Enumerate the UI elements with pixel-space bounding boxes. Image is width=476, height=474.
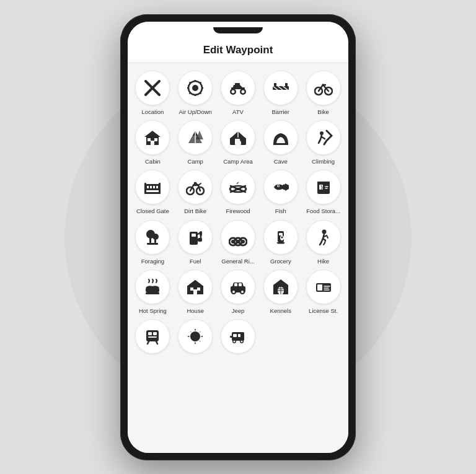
icon-circle-hike[interactable] <box>306 220 341 255</box>
more1-icon <box>143 327 162 346</box>
icon-label-fish: Fish <box>275 208 286 214</box>
icon-item-air-up-down[interactable]: Air Up/Down <box>175 71 216 115</box>
icon-item-cave[interactable]: Cave <box>260 120 301 165</box>
air-up-down-icon <box>186 79 205 97</box>
jeep-icon <box>229 278 247 296</box>
icon-item-license-st[interactable]: License St. <box>303 270 343 314</box>
icon-circle-fuel[interactable] <box>178 220 213 255</box>
svg-rect-117 <box>153 332 157 335</box>
icon-circle-more2[interactable] <box>178 319 213 354</box>
icon-circle-atv[interactable] <box>221 71 255 105</box>
icon-item-general-ri[interactable]: General Ri... <box>218 220 258 265</box>
icon-circle-cabin[interactable] <box>135 120 170 155</box>
icon-item-location[interactable]: Location <box>133 71 173 115</box>
icon-item-camp-area[interactable]: Camp Area <box>218 120 258 165</box>
icon-circle-jeep[interactable] <box>221 270 255 304</box>
icon-item-house[interactable]: House <box>175 270 216 314</box>
svg-rect-87 <box>146 287 159 292</box>
icon-item-closed-gate[interactable]: Closed Gate <box>133 170 173 214</box>
icon-circle-camp[interactable] <box>178 120 213 155</box>
icon-item-more1[interactable] <box>133 319 173 357</box>
camp-icon <box>186 128 205 147</box>
food-storage-icon <box>314 178 333 196</box>
icon-circle-food-storage[interactable] <box>306 170 341 204</box>
phone-frame: Edit Waypoint Location <box>120 14 356 460</box>
icon-circle-hot-spring[interactable] <box>135 270 170 304</box>
icon-label-climbing: Climbing <box>312 158 335 165</box>
icon-circle-air-up-down[interactable] <box>178 71 213 105</box>
icon-item-fuel[interactable]: Fuel <box>175 220 216 265</box>
icon-item-dirt-bike[interactable]: Dirt Bike <box>175 170 216 214</box>
icon-circle-fish[interactable] <box>263 170 298 204</box>
app-header: Edit Waypoint <box>128 39 348 63</box>
icon-circle-firewood[interactable] <box>221 170 255 204</box>
icon-item-foraging[interactable]: Foraging <box>133 220 173 265</box>
icon-item-cabin[interactable]: Cabin <box>133 120 173 165</box>
cave-icon <box>271 128 290 147</box>
icon-item-camp[interactable]: Camp <box>175 120 216 165</box>
dirt-bike-icon <box>186 178 205 196</box>
icon-circle-more1[interactable] <box>135 319 170 354</box>
icon-circle-cave[interactable] <box>263 120 298 155</box>
svg-rect-64 <box>317 182 330 184</box>
svg-rect-31 <box>154 138 157 141</box>
svg-rect-111 <box>317 284 322 291</box>
svg-rect-66 <box>149 235 151 243</box>
svg-rect-30 <box>148 138 151 141</box>
icon-item-atv[interactable]: ATV <box>218 71 258 115</box>
svg-point-85 <box>281 236 283 238</box>
svg-point-79 <box>231 240 235 244</box>
svg-rect-93 <box>190 287 193 291</box>
icon-item-jeep[interactable]: Jeep <box>218 270 258 314</box>
icon-item-kennels[interactable]: Kennels <box>260 270 301 314</box>
hot-spring-icon <box>143 278 162 296</box>
icon-grid-scroll[interactable]: Location <box>128 63 348 453</box>
svg-point-121 <box>190 331 200 341</box>
icon-item-more3[interactable] <box>218 319 258 357</box>
icon-item-firewood[interactable]: Firewood <box>218 170 258 214</box>
icon-label-camp: Camp <box>188 158 203 165</box>
icon-item-more2[interactable] <box>175 319 216 357</box>
svg-point-14 <box>231 90 234 93</box>
icon-item-climbing[interactable]: Climbing <box>303 120 343 165</box>
svg-line-9 <box>200 92 201 94</box>
svg-line-119 <box>148 341 149 344</box>
svg-line-8 <box>190 82 191 83</box>
kennels-icon <box>271 278 290 296</box>
grocery-icon <box>271 228 290 247</box>
icon-circle-dirt-bike[interactable] <box>178 170 213 204</box>
icon-circle-closed-gate[interactable] <box>135 170 170 204</box>
icon-circle-climbing[interactable] <box>306 120 341 155</box>
svg-line-11 <box>190 92 191 94</box>
svg-rect-94 <box>197 287 200 291</box>
svg-point-102 <box>241 291 244 293</box>
icon-circle-license-st[interactable] <box>306 270 341 304</box>
svg-point-100 <box>232 291 235 293</box>
svg-marker-27 <box>144 131 161 137</box>
icon-circle-grocery[interactable] <box>263 220 298 255</box>
icon-circle-general-ri[interactable] <box>221 220 255 255</box>
svg-rect-97 <box>234 283 237 286</box>
icon-circle-barrier[interactable] <box>263 71 298 105</box>
icon-label-grocery: Grocery <box>270 258 291 265</box>
icon-item-grocery[interactable]: Grocery <box>260 220 301 265</box>
icon-item-barrier[interactable]: Barrier <box>260 71 301 115</box>
icon-item-fish[interactable]: Fish <box>260 170 301 214</box>
icon-circle-more3[interactable] <box>221 319 255 354</box>
icon-circle-bike[interactable] <box>306 71 341 105</box>
icon-circle-location[interactable] <box>135 71 170 105</box>
icon-circle-kennels[interactable] <box>263 270 298 304</box>
svg-line-120 <box>156 341 157 344</box>
svg-rect-47 <box>144 192 161 194</box>
svg-marker-95 <box>187 280 203 286</box>
icon-item-bike[interactable]: Bike <box>303 71 343 115</box>
icon-circle-foraging[interactable] <box>135 220 170 255</box>
icon-item-food-storage[interactable]: Food Stora... <box>303 170 343 214</box>
icon-circle-camp-area[interactable] <box>221 120 255 155</box>
icon-label-dirt-bike: Dirt Bike <box>184 208 206 214</box>
icon-item-hike[interactable]: Hike <box>303 220 343 265</box>
icon-circle-house[interactable] <box>178 270 213 304</box>
icon-item-hot-spring[interactable]: Hot Spring <box>133 270 173 314</box>
svg-rect-116 <box>148 332 152 335</box>
closed-gate-icon <box>143 178 162 196</box>
